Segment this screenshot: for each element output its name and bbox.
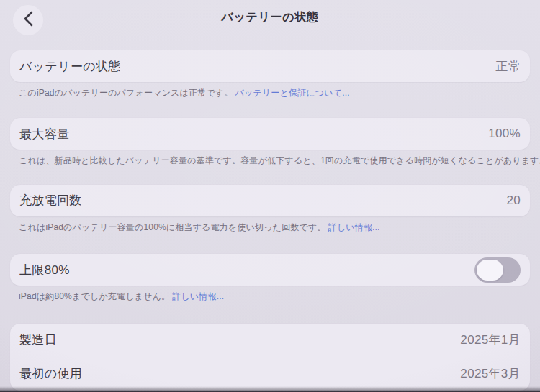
- cycle-count-value: 20: [506, 193, 521, 208]
- cycle-count-row: 充放電回数 20: [10, 185, 530, 216]
- battery-health-value: 正常: [495, 58, 521, 75]
- charge-limit-toggle[interactable]: [474, 257, 521, 283]
- manufacture-date-row: 製造日 2025年1月: [10, 324, 530, 357]
- max-capacity-footnote: これは、新品時と比較したバッテリー容量の基準です。容量が低下すると、1回の充電で…: [19, 155, 521, 167]
- manufacture-date-label: 製造日: [19, 332, 57, 348]
- cycle-count-footnote-text: これはiPadのバッテリー容量の100%に相当する電力を使い切った回数です。: [19, 222, 326, 232]
- battery-warranty-link[interactable]: バッテリーと保証について...: [235, 88, 349, 98]
- page-title: バッテリーの状態: [0, 10, 540, 25]
- dates-card: 製造日 2025年1月 最初の使用 2025年3月: [10, 324, 530, 391]
- charge-limit-footnote: iPadは約80%までしか充電しません。詳しい情報...: [19, 291, 521, 303]
- battery-health-screen: バッテリーの状態 バッテリーの状態 正常 このiPadのバッテリーのパフォーマン…: [0, 0, 540, 392]
- charge-limit-label: 上限80%: [19, 262, 70, 278]
- battery-health-footnote: このiPadのバッテリーのパフォーマンスは正常です。バッテリーと保証について..…: [19, 87, 521, 99]
- first-use-value: 2025年3月: [460, 365, 521, 382]
- max-capacity-footnote-text: これは、新品時と比較したバッテリー容量の基準です。容量が低下すると、1回の充電で…: [19, 155, 540, 165]
- charge-limit-row: 上限80%: [10, 254, 530, 286]
- max-capacity-label: 最大容量: [19, 126, 69, 142]
- max-capacity-value: 100%: [488, 127, 521, 141]
- cycle-count-learn-more-link[interactable]: 詳しい情報...: [328, 222, 380, 232]
- toggle-knob: [477, 260, 503, 281]
- charge-limit-card: 上限80%: [10, 254, 530, 286]
- manufacture-date-value: 2025年1月: [460, 332, 521, 348]
- battery-health-card: バッテリーの状態 正常: [10, 50, 530, 82]
- nav-bar: バッテリーの状態: [0, 0, 540, 45]
- max-capacity-card: 最大容量 100%: [10, 118, 530, 150]
- first-use-label: 最初の使用: [19, 365, 82, 382]
- cycle-count-card: 充放電回数 20: [10, 185, 530, 216]
- battery-health-footnote-text: このiPadのバッテリーのパフォーマンスは正常です。: [19, 88, 233, 98]
- battery-health-row: バッテリーの状態 正常: [10, 50, 530, 82]
- cycle-count-label: 充放電回数: [19, 192, 82, 209]
- charge-limit-footnote-text: iPadは約80%までしか充電しません。: [19, 291, 170, 301]
- max-capacity-row: 最大容量 100%: [10, 118, 530, 150]
- first-use-row: 最初の使用 2025年3月: [10, 357, 530, 391]
- cycle-count-footnote: これはiPadのバッテリー容量の100%に相当する電力を使い切った回数です。詳し…: [19, 222, 521, 234]
- charge-limit-learn-more-link[interactable]: 詳しい情報...: [172, 291, 224, 301]
- battery-health-label: バッテリーの状態: [19, 58, 121, 75]
